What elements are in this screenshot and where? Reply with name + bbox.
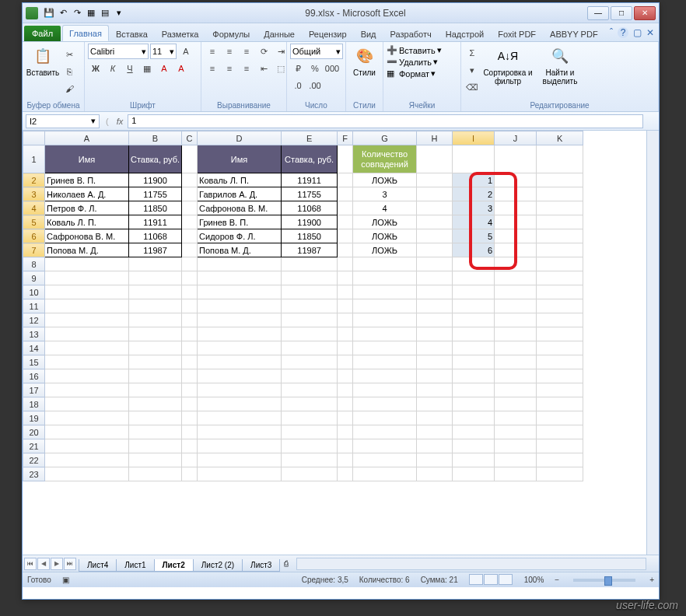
fill-color-icon[interactable]: A xyxy=(156,61,172,76)
row-header[interactable]: 7 xyxy=(23,243,45,257)
fx-icon[interactable]: fx xyxy=(112,117,128,126)
underline-icon[interactable]: Ч xyxy=(122,61,138,76)
tab-foxit pdf[interactable]: Foxit PDF xyxy=(491,26,543,41)
row-header[interactable]: 6 xyxy=(23,229,45,243)
sheet-tab[interactable]: Лист2 (2) xyxy=(193,559,243,572)
tab-разметка[interactable]: Разметка xyxy=(155,26,206,41)
tab-вид[interactable]: Вид xyxy=(354,26,383,41)
insert-cells-button[interactable]: ➕Вставить▾ xyxy=(387,45,442,55)
col-header[interactable]: J xyxy=(495,131,537,145)
row-header[interactable]: 23 xyxy=(23,467,45,481)
row-header[interactable]: 20 xyxy=(23,425,45,439)
zoom-out-icon[interactable]: − xyxy=(555,576,559,584)
font-name-select[interactable]: Calibri▾ xyxy=(88,44,149,59)
clear-icon[interactable]: ⌫ xyxy=(464,79,480,95)
zoom-slider[interactable] xyxy=(573,579,635,582)
col-header[interactable]: C xyxy=(182,131,198,145)
sheet-tab[interactable]: Лист4 xyxy=(79,559,117,572)
row-header[interactable]: 17 xyxy=(23,383,45,397)
sort-filter-button[interactable]: А↓Я Сортировка и фильтр xyxy=(481,44,534,86)
format-painter-icon[interactable]: 🖌 xyxy=(61,81,77,96)
align-right-icon[interactable]: ≡ xyxy=(239,61,254,76)
orientation-icon[interactable]: ⟳ xyxy=(256,44,271,59)
cell[interactable]: 5 xyxy=(453,229,495,243)
row-header[interactable]: 18 xyxy=(23,397,45,411)
tab-рецензир[interactable]: Рецензир xyxy=(302,26,354,41)
cell[interactable]: 6 xyxy=(453,243,495,257)
col-header[interactable]: G xyxy=(353,131,417,145)
merge-icon[interactable]: ⬚ xyxy=(273,61,289,76)
tab-данные[interactable]: Данные xyxy=(257,26,302,41)
number-format-select[interactable]: Общий▾ xyxy=(290,44,343,59)
help-icon[interactable]: ? xyxy=(618,27,628,38)
italic-icon[interactable]: К xyxy=(105,61,121,76)
fill-icon[interactable]: ▾ xyxy=(464,62,480,78)
cell[interactable]: 4 xyxy=(453,215,495,229)
doc-close-icon[interactable]: ✕ xyxy=(646,27,654,38)
copy-icon[interactable]: ⎘ xyxy=(61,64,77,79)
font-size-select[interactable]: 11▾ xyxy=(150,44,177,59)
styles-button[interactable]: 🎨 Стили xyxy=(349,44,380,77)
close-button[interactable]: ✕ xyxy=(634,6,656,20)
decrease-decimal-icon[interactable]: .00 xyxy=(307,78,323,93)
cell[interactable]: 2 xyxy=(453,187,495,201)
undo-icon[interactable]: ↶ xyxy=(57,7,69,19)
row-header[interactable]: 3 xyxy=(23,187,45,201)
horizontal-scrollbar[interactable] xyxy=(296,558,646,570)
row-header[interactable]: 21 xyxy=(23,439,45,453)
col-header[interactable]: B xyxy=(129,131,182,145)
row-header[interactable]: 16 xyxy=(23,369,45,383)
align-middle-icon[interactable]: ≡ xyxy=(222,44,237,59)
row-header[interactable]: 15 xyxy=(23,355,45,369)
tab-вставка[interactable]: Вставка xyxy=(109,26,155,41)
cut-icon[interactable]: ✂ xyxy=(61,47,77,62)
row-header[interactable]: 5 xyxy=(23,215,45,229)
redo-icon[interactable]: ↷ xyxy=(71,7,83,19)
autosum-icon[interactable]: Σ xyxy=(464,45,480,61)
row-header[interactable]: 1 xyxy=(23,145,45,173)
row-header[interactable]: 10 xyxy=(23,285,45,299)
row-header[interactable]: 8 xyxy=(23,257,45,271)
tab-главная[interactable]: Главная xyxy=(62,25,109,41)
first-sheet-icon[interactable]: ⏮ xyxy=(24,558,37,570)
cancel-icon[interactable]: ( xyxy=(103,117,112,126)
sheet-tab[interactable]: Лист1 xyxy=(116,559,154,572)
row-header[interactable]: 19 xyxy=(23,411,45,425)
align-top-icon[interactable]: ≡ xyxy=(205,44,220,59)
prev-sheet-icon[interactable]: ◀ xyxy=(37,558,50,570)
col-header[interactable]: A xyxy=(45,131,129,145)
delete-cells-button[interactable]: ➖Удалить▾ xyxy=(387,57,438,67)
zoom-in-icon[interactable]: + xyxy=(649,576,654,584)
tab-надстрой[interactable]: Надстрой xyxy=(439,26,491,41)
tab-разработч[interactable]: Разработч xyxy=(383,26,439,41)
save-icon[interactable]: 💾 xyxy=(43,7,55,19)
maximize-button[interactable]: □ xyxy=(611,6,632,20)
paste-button[interactable]: 📋 Вставить xyxy=(26,44,60,77)
cell[interactable]: 3 xyxy=(453,201,495,215)
worksheet-grid[interactable]: ABCDEFGHIJK1ИмяСтавка, руб.ИмяСтавка, ру… xyxy=(23,131,659,555)
col-header[interactable]: E xyxy=(282,131,338,145)
macro-record-icon[interactable]: ▣ xyxy=(62,576,69,584)
qat-icon[interactable]: ▦ xyxy=(85,7,97,19)
minimize-ribbon-icon[interactable]: ˆ xyxy=(610,27,613,38)
row-header[interactable]: 22 xyxy=(23,453,45,467)
bold-icon[interactable]: Ж xyxy=(88,61,103,76)
find-select-button[interactable]: 🔍 Найти и выделить xyxy=(536,44,584,86)
col-header[interactable]: F xyxy=(338,131,353,145)
row-header[interactable]: 11 xyxy=(23,299,45,313)
row-header[interactable]: 13 xyxy=(23,327,45,341)
align-bottom-icon[interactable]: ≡ xyxy=(239,44,254,59)
percent-icon[interactable]: % xyxy=(307,61,323,76)
col-header[interactable]: H xyxy=(417,131,453,145)
format-cells-button[interactable]: ▦Формат▾ xyxy=(387,68,436,79)
tab-abbyy pdf[interactable]: ABBYY PDF xyxy=(543,26,605,41)
currency-icon[interactable]: ₽ xyxy=(290,61,306,76)
align-left-icon[interactable]: ≡ xyxy=(205,61,220,76)
vertical-scrollbar[interactable] xyxy=(646,131,659,555)
row-header[interactable]: 12 xyxy=(23,313,45,327)
font-color-icon[interactable]: A xyxy=(173,61,189,76)
grow-font-icon[interactable]: A xyxy=(178,44,194,59)
select-all-corner[interactable] xyxy=(23,131,45,145)
zoom-level[interactable]: 100% xyxy=(524,576,544,584)
align-center-icon[interactable]: ≡ xyxy=(222,61,237,76)
